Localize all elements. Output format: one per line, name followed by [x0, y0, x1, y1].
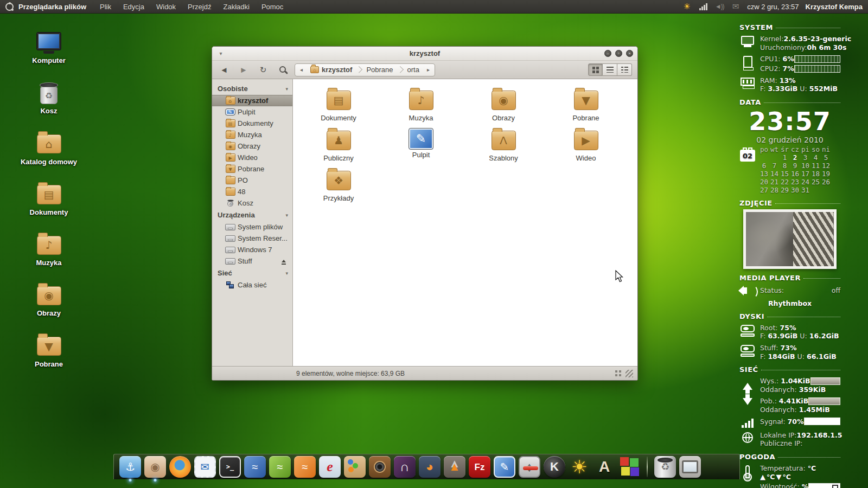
file-item-szablony[interactable]: ΛSzablony: [465, 128, 541, 168]
kadu-icon[interactable]: K: [544, 456, 565, 478]
breadcrumb-pobrane[interactable]: Pobrane: [361, 64, 398, 76]
sidebar-item-label: Stuff: [238, 257, 252, 265]
vlc-icon[interactable]: ▲: [444, 456, 465, 478]
maximize-button[interactable]: ▫: [615, 50, 622, 57]
mouse-cursor: [615, 270, 625, 283]
local-ip: 192.168.1.5: [797, 431, 843, 440]
section-collapse-icon[interactable]: ▾: [285, 86, 288, 92]
menu-pomoc[interactable]: Pomoc: [257, 1, 288, 12]
menubar: Przeglądarka plików PlikEdycjaWidokPrzej…: [0, 0, 868, 14]
file-manager-icon[interactable]: ◉: [144, 456, 166, 478]
breadcrumb-orta[interactable]: orta: [403, 64, 424, 76]
desktop-icon-katalog-domowy[interactable]: ⌂Katalog domowy: [16, 132, 81, 166]
dock: ⚓◉✉>_≈≈≈e∩◕▲Fz✎↕K☀A♻: [113, 454, 740, 479]
sidebar-item-windows-7[interactable]: Windows 7: [212, 244, 292, 255]
sidebar-item-system-reser-[interactable]: System Reser...: [212, 233, 292, 244]
thermometer-icon: [745, 465, 750, 478]
section-collapse-icon[interactable]: ▾: [285, 271, 288, 276]
menu-edycja[interactable]: Edycja: [118, 1, 149, 12]
desktop-icon-komputer[interactable]: Komputer: [16, 30, 81, 65]
squares-icon[interactable]: [618, 456, 640, 478]
file-item-dokumenty[interactable]: ▤Dokumenty: [301, 88, 376, 128]
sidebar-item-pobrane[interactable]: ▼Pobrane: [212, 163, 292, 175]
sidebar-item-ca-a-sie-[interactable]: Cała sieć: [212, 279, 292, 291]
folder-icon: [225, 176, 235, 184]
updown-icon[interactable]: ↕: [519, 456, 540, 478]
mail-icon[interactable]: ✉: [731, 2, 741, 11]
file-item-przyk-ady[interactable]: ❖Przykłady: [301, 168, 376, 208]
clock[interactable]: czw 2 gru, 23:57: [747, 3, 799, 11]
trash-dock-icon[interactable]: ♻: [654, 456, 676, 478]
sidebar-item-system-plik-w[interactable]: System plików: [212, 221, 292, 233]
eject-icon[interactable]: [282, 258, 286, 262]
speaker-icon[interactable]: [369, 456, 391, 478]
breadcrumb-krzysztof[interactable]: krzysztof: [305, 64, 357, 76]
weather-icon[interactable]: ☀: [682, 2, 692, 11]
resize-grip[interactable]: [626, 370, 633, 377]
sidebar-item-stuff[interactable]: Stuff: [212, 255, 292, 267]
screen-pen-icon[interactable]: ✎: [494, 456, 515, 478]
network-signal-icon[interactable]: [698, 2, 708, 11]
docky-icon[interactable]: ⚓: [119, 456, 141, 478]
file-item-pobrane[interactable]: ▼Pobrane: [548, 88, 624, 128]
refresh-button[interactable]: ↻: [257, 65, 270, 75]
view-list-button[interactable]: [603, 63, 617, 76]
desktop-icon-kosz[interactable]: ♻Kosz: [16, 81, 81, 115]
file-item-muzyka[interactable]: ♪Muzyka: [383, 88, 459, 128]
sidebar-section-title: Sieć: [218, 269, 232, 277]
ubuntu-logo-icon[interactable]: [5, 3, 14, 11]
zoom-level-icon[interactable]: [615, 370, 621, 376]
section-collapse-icon[interactable]: ▾: [285, 213, 288, 218]
view-compact-button[interactable]: [617, 63, 632, 76]
compact-view-icon: [621, 67, 628, 73]
terminal-icon[interactable]: >_: [219, 456, 241, 478]
view-grid-button[interactable]: [588, 63, 603, 76]
search-button[interactable]: [276, 65, 289, 74]
desktop-icon-dokumenty[interactable]: ▤Dokumenty: [16, 182, 81, 216]
thunderbird-icon[interactable]: ✉: [194, 456, 216, 478]
minimize-button[interactable]: –: [604, 50, 611, 57]
sidebar-item-krzysztof[interactable]: ⌂krzysztof: [212, 95, 292, 106]
calendar-weekday: pi: [800, 145, 810, 153]
firefox-icon[interactable]: [169, 456, 191, 478]
sidebar-item-obrazy[interactable]: ◉Obrazy: [212, 140, 292, 152]
session-user[interactable]: Krzysztof Kempa: [806, 3, 863, 11]
forward-button[interactable]: ►: [237, 65, 250, 74]
filezilla-icon[interactable]: Fz: [469, 456, 490, 478]
file-item-publiczny[interactable]: ♟Publiczny: [301, 128, 376, 168]
cpu-icon: [743, 56, 752, 68]
desktop-icon-muzyka[interactable]: ♪Muzyka: [16, 233, 81, 267]
sidebar-item-kosz[interactable]: ♻Kosz: [212, 197, 292, 209]
sidebar-item-dokumenty[interactable]: ▤Dokumenty: [212, 118, 292, 129]
back-button[interactable]: ◄: [218, 65, 231, 74]
menu-plik[interactable]: Plik: [95, 1, 116, 12]
breadcrumb-prev-icon[interactable]: ◂: [297, 67, 305, 73]
file-item-pulpit[interactable]: ✎Pulpit: [383, 128, 459, 168]
desktop-icon-obrazy[interactable]: ◉Obrazy: [16, 283, 81, 317]
volume-icon[interactable]: ◄)): [714, 2, 724, 11]
evince-icon[interactable]: e: [319, 456, 341, 478]
file-item-wideo[interactable]: ▶Wideo: [548, 128, 624, 168]
breadcrumb-next-icon[interactable]: ▸: [424, 67, 432, 73]
menu-przejdź[interactable]: Przejdź: [183, 1, 216, 12]
close-button[interactable]: ×: [626, 50, 633, 57]
writer-icon[interactable]: ≈: [244, 456, 266, 478]
titlebar[interactable]: ▾ krzysztof –▫×: [212, 47, 637, 61]
impress-icon[interactable]: ≈: [294, 456, 316, 478]
sidebar-item-wideo[interactable]: ▶Wideo: [212, 152, 292, 163]
blender-icon[interactable]: ◕: [419, 456, 441, 478]
file-item-obrazy[interactable]: ◉Obrazy: [465, 88, 541, 128]
calc-icon[interactable]: ≈: [269, 456, 291, 478]
desktop-icon-pobrane[interactable]: ▼Pobrane: [16, 334, 81, 368]
ares-icon[interactable]: A: [593, 456, 615, 478]
sidebar-item-48[interactable]: 48: [212, 186, 292, 197]
menu-zakładki[interactable]: Zakładki: [218, 1, 254, 12]
computer-dock-icon[interactable]: [679, 456, 701, 478]
menu-widok[interactable]: Widok: [151, 1, 181, 12]
paint-icon[interactable]: [344, 456, 366, 478]
sidebar-item-pulpit[interactable]: ✎Pulpit: [212, 106, 292, 118]
sun-icon[interactable]: ☀: [569, 456, 590, 478]
headphones-icon[interactable]: ∩: [394, 456, 416, 478]
sidebar-item-po[interactable]: PO: [212, 175, 292, 186]
sidebar-item-muzyka[interactable]: ♪Muzyka: [212, 129, 292, 140]
